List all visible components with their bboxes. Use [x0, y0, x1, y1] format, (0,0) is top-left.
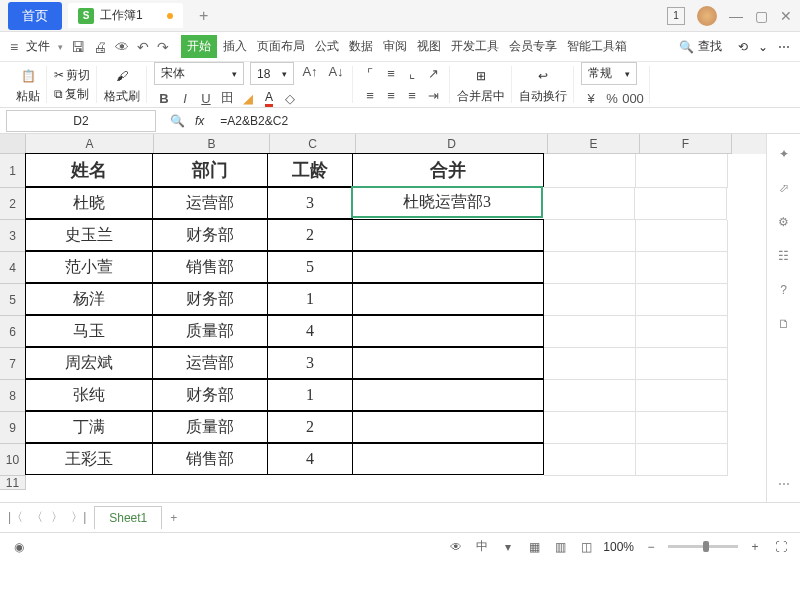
- cell-F8[interactable]: [636, 380, 728, 412]
- align-left-button[interactable]: ≡: [360, 87, 380, 105]
- orientation-button[interactable]: ↗: [423, 65, 443, 83]
- bold-button[interactable]: B: [154, 89, 174, 107]
- cell-C3[interactable]: 2: [267, 219, 353, 251]
- row-header-6[interactable]: 6: [0, 316, 26, 348]
- clear-format-button[interactable]: ◇: [280, 89, 300, 107]
- format-painter-button[interactable]: 🖌 格式刷: [104, 65, 140, 105]
- row-header-8[interactable]: 8: [0, 380, 26, 412]
- home-tab[interactable]: 首页: [8, 2, 62, 30]
- cell-B2[interactable]: 运营部: [152, 187, 268, 219]
- tab-start[interactable]: 开始: [181, 35, 217, 58]
- close-button[interactable]: ✕: [780, 8, 792, 24]
- column-header-F[interactable]: F: [640, 134, 732, 154]
- assistant-icon[interactable]: ✦: [774, 144, 794, 164]
- cell-B3[interactable]: 财务部: [152, 219, 268, 251]
- cell-E10[interactable]: [544, 444, 636, 476]
- fullscreen-icon[interactable]: ⛶: [772, 538, 790, 556]
- user-avatar[interactable]: [697, 6, 717, 26]
- row-header-4[interactable]: 4: [0, 252, 26, 284]
- cell-B4[interactable]: 销售部: [152, 251, 268, 283]
- paste-button[interactable]: 📋 粘贴: [16, 65, 40, 105]
- cell-F6[interactable]: [636, 316, 728, 348]
- toolbox-icon[interactable]: 🗋: [774, 314, 794, 334]
- align-top-button[interactable]: ⌜: [360, 65, 380, 83]
- search-box[interactable]: 🔍 查找: [679, 38, 722, 55]
- cell-D1[interactable]: 合并: [352, 153, 544, 187]
- cell-A8[interactable]: 张纯: [25, 379, 153, 411]
- properties-icon[interactable]: ☷: [774, 246, 794, 266]
- cell-D4[interactable]: [352, 251, 544, 283]
- cell-B8[interactable]: 财务部: [152, 379, 268, 411]
- sheet-last-button[interactable]: 〉|: [71, 509, 86, 526]
- row-header-9[interactable]: 9: [0, 412, 26, 444]
- reading-icon[interactable]: 中: [473, 538, 491, 556]
- row-header-11[interactable]: 11: [0, 476, 26, 490]
- pagebreak-view-icon[interactable]: ◫: [577, 538, 595, 556]
- layout-icon[interactable]: ▾: [499, 538, 517, 556]
- sheet-prev-button[interactable]: 〈: [31, 509, 43, 526]
- add-sheet-button[interactable]: +: [170, 511, 177, 525]
- align-bottom-button[interactable]: ⌞: [402, 65, 422, 83]
- cell-E9[interactable]: [544, 412, 636, 444]
- cell-A4[interactable]: 范小萱: [25, 251, 153, 283]
- cell-E4[interactable]: [544, 252, 636, 284]
- row-header-7[interactable]: 7: [0, 348, 26, 380]
- cell-A9[interactable]: 丁满: [25, 411, 153, 443]
- align-center-button[interactable]: ≡: [381, 87, 401, 105]
- cell-D9[interactable]: [352, 411, 544, 443]
- page-view-icon[interactable]: ▥: [551, 538, 569, 556]
- row-header-3[interactable]: 3: [0, 220, 26, 252]
- undo-icon[interactable]: ↶: [137, 39, 149, 55]
- sheet-tab[interactable]: Sheet1: [94, 506, 162, 529]
- cell-D3[interactable]: [352, 219, 544, 251]
- cell-A1[interactable]: 姓名: [25, 153, 153, 187]
- eye-icon[interactable]: 👁: [447, 538, 465, 556]
- select-icon[interactable]: ⬀: [774, 178, 794, 198]
- currency-button[interactable]: ¥: [581, 89, 601, 107]
- italic-button[interactable]: I: [175, 89, 195, 107]
- cut-button[interactable]: ✂剪切: [54, 67, 90, 84]
- column-header-B[interactable]: B: [154, 134, 270, 154]
- cell-A2[interactable]: 杜晓: [25, 187, 153, 219]
- font-name-select[interactable]: 宋体▾: [154, 62, 244, 85]
- cell-B10[interactable]: 销售部: [152, 443, 268, 475]
- maximize-button[interactable]: ▢: [755, 8, 768, 24]
- fx-label[interactable]: fx: [195, 114, 204, 128]
- cell-B9[interactable]: 质量部: [152, 411, 268, 443]
- wrap-text-button[interactable]: ↩ 自动换行: [519, 65, 567, 105]
- cell-C4[interactable]: 5: [267, 251, 353, 283]
- file-dropdown-icon[interactable]: ▾: [58, 42, 63, 52]
- column-header-D[interactable]: D: [356, 134, 548, 154]
- sheet-first-button[interactable]: |〈: [8, 509, 23, 526]
- cell-E8[interactable]: [544, 380, 636, 412]
- tab-developer[interactable]: 开发工具: [447, 35, 503, 58]
- cell-F5[interactable]: [636, 284, 728, 316]
- formula-input[interactable]: =A2&B2&C2: [212, 111, 800, 131]
- percent-button[interactable]: %: [602, 89, 622, 107]
- cell-E1[interactable]: [544, 154, 636, 188]
- row-header-2[interactable]: 2: [0, 188, 26, 220]
- tab-formula[interactable]: 公式: [311, 35, 343, 58]
- cell-E7[interactable]: [544, 348, 636, 380]
- new-tab-button[interactable]: +: [195, 7, 213, 25]
- cell-B6[interactable]: 质量部: [152, 315, 268, 347]
- zoom-out-button[interactable]: −: [642, 538, 660, 556]
- cell-C6[interactable]: 4: [267, 315, 353, 347]
- name-box[interactable]: D2: [6, 110, 156, 132]
- number-format-select[interactable]: 常规▾: [581, 62, 637, 85]
- zoom-slider[interactable]: [668, 545, 738, 548]
- preview-icon[interactable]: 👁: [115, 39, 129, 55]
- font-size-select[interactable]: 18▾: [250, 62, 294, 85]
- font-color-button[interactable]: A: [259, 89, 279, 107]
- tab-data[interactable]: 数据: [345, 35, 377, 58]
- minimize-button[interactable]: —: [729, 8, 743, 24]
- align-middle-button[interactable]: ≡: [381, 65, 401, 83]
- cell-B1[interactable]: 部门: [152, 153, 268, 187]
- zoom-in-button[interactable]: +: [746, 538, 764, 556]
- cell-C9[interactable]: 2: [267, 411, 353, 443]
- cell-E5[interactable]: [544, 284, 636, 316]
- cell-C1[interactable]: 工龄: [267, 153, 353, 187]
- column-header-C[interactable]: C: [270, 134, 356, 154]
- fill-color-button[interactable]: ◢: [238, 89, 258, 107]
- cell-D2[interactable]: 杜晓运营部3: [351, 186, 543, 218]
